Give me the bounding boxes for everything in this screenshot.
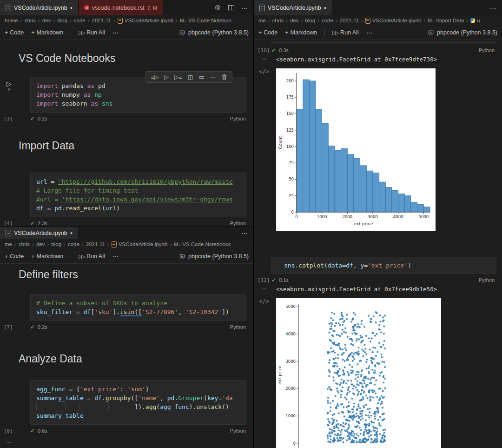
output-collapse-icon[interactable]: ⋯ [6,439,253,447]
output-collapse-icon[interactable]: ⋯ [258,286,270,292]
editor-actions: ⋯ [236,227,253,239]
breadcrumb-item[interactable]: VSCodeArticle.ipynb [125,18,173,23]
breadcrumb-item[interactable]: blog [51,241,61,247]
breadcrumb-item[interactable]: VSCodeArticle.ipynb [119,241,167,247]
svg-text:ext price: ext price [277,365,282,385]
split-editor-icon[interactable] [228,4,235,11]
right-editor-column: VSCodeArticle.ipynb ● ⋯ me›chris›dev›blo… [253,0,502,448]
histogram-chart: 0255075100125150175200010002000300040005… [276,68,436,229]
run-all-button[interactable]: ▷▷Run All [79,29,105,36]
toolbar-more-icon[interactable]: ⋯ [366,29,373,36]
kernel-picker[interactable]: pbpcode (Python 3.8.5) [179,253,249,260]
add-code-button[interactable]: +Code [5,253,24,260]
code-cell: url = 'https://github.com/chris1610/pbpy… [30,173,246,217]
run-cell-button[interactable]: ▷ ∨ [7,81,12,92]
cell-language[interactable]: Python [230,324,246,330]
cell-language[interactable]: Python [230,116,246,121]
cell-language[interactable]: Python [479,47,495,53]
code-cell-partial[interactable] [271,41,496,44]
editor-actions: ⋯ [484,0,502,15]
breadcrumb-item[interactable]: VS Code Noteboo [188,18,231,23]
code-token: = { [69,386,79,393]
breadcrumb-item[interactable]: 2021-11 [92,18,111,23]
breadcrumb-item[interactable]: dev [290,18,299,23]
code-token: 'S2-77896' [142,308,178,315]
more-actions-icon[interactable]: ⋯ [241,229,248,237]
breadcrumb-item[interactable]: VSCodeArticle.ipynb [372,18,421,23]
breadcrumb-item[interactable]: u [477,18,480,23]
tab-vscode-notebook-rst[interactable]: vscode-notebook.rst 7, M [79,0,163,15]
breadcrumb-item[interactable]: blog [57,18,67,23]
output-mime-icon[interactable]: </> [258,298,270,305]
cell-editor[interactable]: # Define a subset of SKUs to analyzesku_… [31,294,245,321]
code-line: summary_table [36,411,240,420]
execution-time: 0.2s [38,116,47,121]
breadcrumb-item[interactable]: dev [36,241,45,247]
breadcrumb-item[interactable]: code [322,18,333,23]
output-collapse-icon[interactable]: ⋯ [258,56,270,62]
toolbar-more-icon[interactable]: ⋯ [112,253,119,260]
more-actions-icon[interactable]: ⋯ [490,4,496,12]
code-cell: ▷ ∨ ≡▷ ▷ ▷≡ ◫ ▭ ⋯ import pandas as pdimp… [30,77,246,113]
toolbar-more-icon[interactable]: ⋯ [112,29,119,36]
delete-cell-icon[interactable] [221,74,227,80]
add-code-button[interactable]: +Code [258,29,277,36]
tab-bar: VSCodeArticle.ipynb ● ⋯ [254,0,502,15]
cell-editor[interactable]: agg_func = {'ext price': 'sum'}summary_t… [31,381,245,424]
kernel-picker[interactable]: pbpcode (Python 3.8.5) [428,29,497,36]
breadcrumb-item[interactable]: me [258,18,266,23]
breadcrumb-item[interactable]: code [74,18,86,23]
add-code-label: Code [10,29,24,36]
run-all-button[interactable]: ▷▷Run All [79,253,105,260]
code-token: pd [98,82,106,89]
markdown-heading: VS Code Notebooks [19,52,253,65]
breadcrumb-item[interactable]: 2021-11 [86,241,105,247]
breadcrumb-item[interactable]: chris [25,18,36,23]
breadcrumb-separator: › [14,241,16,247]
add-markdown-button[interactable]: +Markdown [285,29,317,36]
split-cell-icon[interactable]: ◫ [188,74,193,80]
cell-language[interactable]: Python [479,277,495,283]
breadcrumb-item[interactable]: 2021-11 [340,18,359,23]
svg-text:3000: 3000 [368,214,378,219]
edit-cell-icon[interactable]: ▭ [199,74,205,80]
code-token: df [36,205,47,212]
breadcrumb-item[interactable]: chris [272,18,284,23]
code-token: = [87,395,95,401]
more-actions-icon[interactable]: ⋯ [241,4,248,12]
tab-vscodearticle-ipynb[interactable]: VSCodeArticle.ipynb ● [0,227,79,239]
svg-text:4000: 4000 [393,214,403,219]
tab-vscodearticle-ipynb[interactable]: VSCodeArticle.ipynb ● [254,0,332,15]
breadcrumb-item[interactable]: me [5,241,12,247]
execute-above-icon[interactable]: ≡▷ [151,74,159,80]
cell-language[interactable]: Python [230,428,246,434]
run-all-button[interactable]: ▷▷Run All [332,29,359,36]
cell-language[interactable]: Python [230,221,246,226]
add-markdown-button[interactable]: +Markdown [31,29,63,36]
output-mime-icon[interactable]: </> [258,68,270,75]
cell-more-icon[interactable]: ⋯ [210,74,216,80]
kernel-picker[interactable]: pbpcode (Python 3.8.5) [179,29,249,36]
add-code-button[interactable]: +Code [5,29,24,36]
add-markdown-button[interactable]: +Markdown [31,253,63,260]
cell-editor[interactable]: sns.catplot(data=df, y='ext price') [272,257,496,274]
tab-vscodearticle-ipynb[interactable]: VSCodeArticle.ipynb ● [0,0,79,15]
breadcrumb-item[interactable]: home [5,18,18,23]
execute-below-icon[interactable]: ▷≡ [174,74,182,80]
vscode-window: VSCodeArticle.ipynb ● vscode-notebook.rs… [0,0,502,448]
plus-icon: + [258,29,262,36]
breadcrumb-item[interactable]: VS Code Notebooks [182,241,231,247]
markdown-cell-icon: M↓ [180,18,186,23]
svg-text:175: 175 [286,95,294,100]
breadcrumb-separator: › [47,241,49,247]
cell-status-bar: [4] ✓ 2.3s Python [4,219,246,227]
breadcrumb-item[interactable]: code [68,241,79,247]
breadcrumb-item[interactable]: chris [19,241,30,247]
breadcrumb-item[interactable]: blog [305,18,315,23]
execute-cell-icon[interactable]: ▷ [164,74,169,80]
settings-icon[interactable] [214,4,221,11]
breadcrumb-item[interactable]: dev [42,18,51,23]
success-check-icon: ✓ [30,220,35,227]
cell-editor[interactable]: url = 'https://github.com/chris1610/pbpy… [31,173,245,217]
breadcrumb-item[interactable]: Import Data [436,18,464,23]
